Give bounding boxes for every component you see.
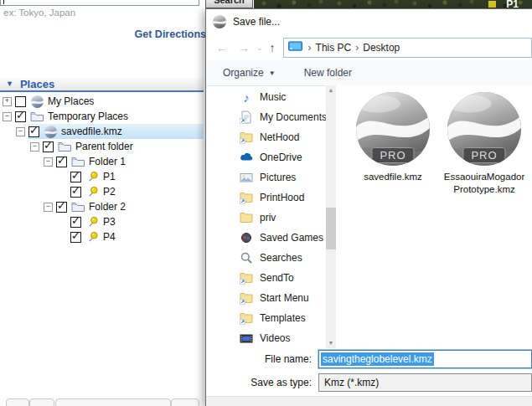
dialog-command-bar: Organize ▼ New folder xyxy=(206,60,532,86)
sidebar-item-saved-games[interactable]: Saved Games xyxy=(206,228,326,248)
checkbox[interactable]: ✓ xyxy=(70,172,81,182)
places-tree-item[interactable]: − ✓ Parent folder xyxy=(0,139,204,154)
expander-toggle[interactable]: − xyxy=(44,203,53,212)
tree-item-label: P4 xyxy=(103,231,116,243)
expander-toggle[interactable]: − xyxy=(44,157,53,167)
pushpin-icon xyxy=(85,186,100,198)
scrollbar-down-icon[interactable]: ▼ xyxy=(326,338,336,348)
file-item[interactable]: PRO savedfile.kmz xyxy=(344,92,442,183)
new-folder-button[interactable]: New folder xyxy=(304,67,352,79)
places-tree-item[interactable]: − ✓ Folder 1 xyxy=(0,154,204,169)
breadcrumb-chevron-icon: › xyxy=(308,42,312,54)
checkbox[interactable] xyxy=(15,96,26,107)
places-bottom-button[interactable] xyxy=(6,398,29,406)
folder-icon xyxy=(240,211,253,224)
tree-item-label: My Places xyxy=(48,95,94,107)
up-arrow-icon[interactable]: ↑ xyxy=(270,42,276,54)
back-arrow-icon[interactable]: ← xyxy=(216,42,228,54)
expander-toggle[interactable]: + xyxy=(3,97,12,106)
sidebar-item-videos[interactable]: Videos xyxy=(206,328,326,348)
folder-shortcut-icon xyxy=(240,311,253,325)
places-bottom-button[interactable] xyxy=(29,398,54,406)
folder-icon xyxy=(58,141,72,153)
file-name-field-label: File name: xyxy=(206,353,318,365)
search-hint-text: ex: Tokyo, Japan xyxy=(3,8,75,18)
places-tree-item[interactable]: ✓ P1 xyxy=(0,169,204,184)
places-tree-item[interactable]: − ✓ Temporary Places xyxy=(0,109,204,124)
checkbox[interactable]: ✓ xyxy=(56,157,67,167)
recent-locations-chevron-icon[interactable]: ⌄ xyxy=(256,44,263,52)
organize-dropdown-icon: ▼ xyxy=(269,69,276,77)
scrollbar-thumb[interactable] xyxy=(326,208,336,249)
search-input[interactable] xyxy=(0,0,199,6)
sidebar-item-printhood[interactable]: PrintHood xyxy=(206,188,326,208)
search-button[interactable]: Search xyxy=(205,0,253,8)
places-tree-item[interactable]: ✓ P4 xyxy=(0,229,204,244)
places-tree-item-selected[interactable]: − ✓ savedfile.kmz xyxy=(0,124,204,139)
folder-shortcut-icon xyxy=(240,131,253,144)
checkbox[interactable]: ✓ xyxy=(15,111,26,122)
expander-toggle[interactable]: − xyxy=(16,127,25,136)
music-note-icon: ♪ xyxy=(240,90,253,104)
sidebar-scrollbar[interactable]: ▲ ▼ xyxy=(326,85,336,348)
places-section-header[interactable]: ▼ Places xyxy=(0,77,204,92)
places-tree-item[interactable]: ✓ P2 xyxy=(0,184,204,199)
sidebar-item-sendto[interactable]: SendTo xyxy=(206,268,326,288)
text-caret xyxy=(3,0,4,4)
places-bottom-toolbar xyxy=(0,399,207,406)
checkbox[interactable]: ✓ xyxy=(70,187,81,198)
pro-badge: PRO xyxy=(462,147,505,163)
folder-icon xyxy=(71,201,85,213)
places-tree-item[interactable]: ✓ P3 xyxy=(0,214,204,229)
map-viewport[interactable]: P1 xyxy=(254,0,532,8)
places-bottom-button[interactable] xyxy=(55,398,171,406)
sidebar-item-templates[interactable]: Templates xyxy=(206,308,326,328)
organize-menu-button[interactable]: Organize ▼ xyxy=(223,67,276,79)
places-tree-item[interactable]: − ✓ Folder 2 xyxy=(0,199,204,214)
tree-item-label: P2 xyxy=(103,186,116,198)
save-as-type-row: Save as type: Kmz (*.kmz) xyxy=(206,373,532,393)
address-bar[interactable]: › This PC › Desktop xyxy=(283,38,532,58)
checkbox[interactable]: ✓ xyxy=(56,202,67,213)
checkbox[interactable]: ✓ xyxy=(28,126,39,137)
places-tree: + My Places − ✓ Temporary Places − ✓ sav… xyxy=(0,94,204,244)
file-item[interactable]: PRO EssaouiraMogador Prototype.kmz xyxy=(436,92,532,196)
dialog-navigation-bar: ← → ⌄ ↑ › This PC › Desktop xyxy=(206,34,532,60)
pushpin-icon xyxy=(85,231,100,244)
places-bottom-button[interactable] xyxy=(171,398,199,406)
save-as-type-dropdown[interactable]: Kmz (*.kmz) xyxy=(318,373,532,392)
breadcrumb-desktop[interactable]: Desktop xyxy=(363,42,400,54)
scrollbar-up-icon[interactable]: ▲ xyxy=(326,85,336,95)
folder-shortcut-icon xyxy=(240,191,253,204)
expander-toggle[interactable]: − xyxy=(30,142,39,152)
globe-icon xyxy=(30,95,44,108)
google-earth-globe-icon xyxy=(213,15,226,28)
breadcrumb-this-pc[interactable]: This PC xyxy=(316,42,352,54)
globe-icon xyxy=(44,126,58,138)
folder-shortcut-icon xyxy=(240,271,253,285)
expander-toggle[interactable]: − xyxy=(3,112,12,121)
checkbox[interactable]: ✓ xyxy=(43,141,54,152)
dialog-titlebar[interactable]: Save file... xyxy=(206,9,532,34)
sidebar-item-pictures[interactable]: Pictures xyxy=(206,167,326,188)
get-directions-link[interactable]: Get Directions xyxy=(135,28,206,40)
document-shortcut-icon xyxy=(240,110,253,124)
sidebar-item-my-documents[interactable]: My Documents xyxy=(206,107,326,127)
sidebar-item-start-menu[interactable]: Start Menu xyxy=(206,288,326,308)
pro-badge: PRO xyxy=(371,147,414,163)
checkbox[interactable]: ✓ xyxy=(70,232,81,243)
tree-item-label: Folder 2 xyxy=(89,201,126,213)
file-name-input[interactable]: savingtheglobelevel.kmz xyxy=(318,350,532,368)
map-pin-marker xyxy=(488,1,496,8)
dialog-content: ♪ Music My Documents NetHood OneDrive Pi… xyxy=(206,85,532,348)
sidebar-item-priv[interactable]: priv xyxy=(206,208,326,228)
forward-arrow-icon[interactable]: → xyxy=(238,42,250,54)
places-tree-item[interactable]: + My Places xyxy=(0,94,204,109)
pushpin-icon xyxy=(85,171,100,183)
sidebar-item-searches[interactable]: Searches xyxy=(206,248,326,268)
checkbox[interactable]: ✓ xyxy=(70,217,81,228)
sidebar-item-onedrive[interactable]: OneDrive xyxy=(206,147,326,167)
collapse-triangle-icon[interactable]: ▼ xyxy=(6,80,13,88)
sidebar-item-nethood[interactable]: NetHood xyxy=(206,127,326,147)
sidebar-item-music[interactable]: ♪ Music xyxy=(206,87,326,107)
